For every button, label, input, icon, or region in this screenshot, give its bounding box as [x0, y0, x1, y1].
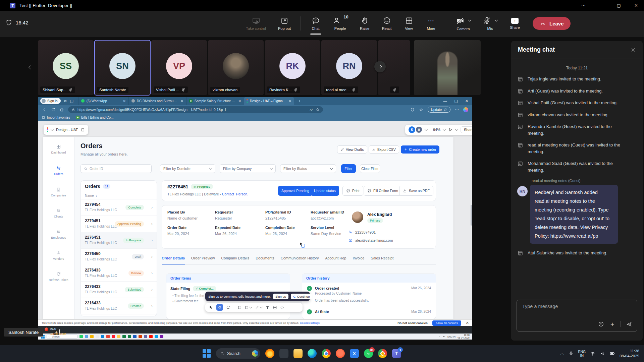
cookie-close-icon[interactable]: ✕	[466, 321, 469, 325]
view-drafts-button[interactable]: View Drafts	[337, 145, 367, 154]
whatsapp-icon[interactable]: 81	[364, 349, 373, 358]
zoom-chevron-icon[interactable]	[443, 127, 446, 131]
react-button[interactable]: React	[379, 13, 394, 34]
order-row[interactable]: 2216433TL Flex Holdings LLC Created›	[81, 298, 157, 314]
mic-button[interactable]: Mic	[480, 13, 500, 34]
contact-email[interactable]: alex@vstatefilings.com	[348, 238, 393, 242]
read-aloud-icon[interactable]: A⁾	[310, 108, 313, 112]
chrome-profile-icon[interactable]	[378, 349, 387, 358]
edge-icon[interactable]	[308, 349, 317, 358]
browser-essentials-icon[interactable]	[410, 108, 415, 112]
maximize-icon[interactable]: ▢	[617, 3, 621, 8]
filmstrip-next-button[interactable]	[374, 61, 386, 72]
collaborator-avatar[interactable]: A	[416, 126, 422, 133]
more-button[interactable]: ⋯ More	[424, 13, 438, 34]
reload-icon[interactable]	[51, 108, 55, 112]
tab-communication-history[interactable]: Communication History	[281, 256, 319, 264]
new-tab-button[interactable]: ＋	[298, 98, 302, 104]
pinned-participant-tile[interactable]	[414, 40, 481, 95]
order-row[interactable]: 2276433TL Flex Holdings LLC Review›	[81, 265, 157, 282]
browser-update-button[interactable]: Update	[428, 107, 450, 113]
tray-mic-icon[interactable]	[569, 351, 574, 356]
participant-tile-active-speaker[interactable]: SN Santosh Narate	[95, 40, 150, 95]
send-icon[interactable]	[626, 321, 632, 327]
allow-cookies-button[interactable]: Allow all cookies	[432, 320, 461, 326]
order-row[interactable]: 2279454TL Flex Holdings LLC Complete›	[81, 199, 157, 216]
order-row[interactable]: 2276450TL Flex Holdings LLC Draft›	[81, 249, 157, 265]
hand-tool-active[interactable]	[216, 304, 223, 311]
participant-tile[interactable]: RN read.ai mee...	[321, 40, 377, 95]
order-id-search[interactable]: Order ID	[80, 164, 152, 173]
shared-taskbar-icons[interactable]	[79, 335, 163, 338]
sidebar-item-refresh-token[interactable]: Refresh Token	[43, 272, 74, 282]
browser-profile-button[interactable]: Sign in	[40, 98, 61, 104]
camera-button[interactable]: Camera	[453, 13, 473, 34]
browser-close-icon[interactable]: ✕	[465, 99, 468, 103]
browser-tab[interactable]: DC Divisions and Surroundings✕	[128, 97, 186, 105]
tab-order-preview[interactable]: Order Preview	[191, 256, 215, 264]
chevron-down-icon[interactable]	[425, 127, 428, 131]
contact-person-link[interactable]: Contact_Person.	[222, 192, 248, 196]
sidebar-item-orders[interactable]: Orders	[43, 166, 74, 176]
wifi-icon[interactable]	[590, 351, 595, 356]
workspaces-icon[interactable]: ⧉	[64, 99, 67, 103]
view-button[interactable]: View	[401, 13, 416, 34]
tab-invoice[interactable]: Invoice	[353, 256, 364, 264]
attach-plus-icon[interactable]: ＋	[609, 320, 615, 328]
clock[interactable]: 11:3808-04-2025	[620, 349, 639, 359]
participant-tile[interactable]: vikram chavan	[208, 40, 264, 95]
shared-volume-icon[interactable]	[443, 335, 445, 338]
address-bar[interactable]: https://www.figma.com/design/9BKQ0FOHRWa…	[68, 106, 323, 113]
emoji-icon[interactable]	[598, 321, 604, 327]
move-tool-icon[interactable]	[209, 305, 213, 310]
figma-share-button[interactable]: Share	[461, 126, 472, 133]
shared-lang[interactable]: ENG IN	[447, 336, 455, 338]
column-header[interactable]: Name	[85, 194, 94, 197]
mic-chevron-icon[interactable]	[495, 18, 498, 22]
filter-domicile-dropdown[interactable]: Filter by Domicile	[160, 164, 215, 173]
filter-company-dropdown[interactable]: Filter by Company	[220, 164, 276, 173]
collaborator-avatar[interactable]: S	[409, 126, 415, 133]
file-explorer-icon[interactable]	[293, 349, 303, 358]
titlebar-more-icon[interactable]: ⋯	[581, 3, 586, 8]
clear-filter-button[interactable]: Clear Filter	[360, 164, 380, 173]
tab-close-icon[interactable]: ✕	[123, 99, 125, 103]
favorites-icon[interactable]	[419, 108, 423, 112]
fill-online-form-button[interactable]: Fill Online Form	[364, 186, 402, 196]
vscode-icon[interactable]: X	[350, 349, 359, 358]
copilot-icon[interactable]	[463, 107, 468, 112]
brave-icon[interactable]	[336, 349, 345, 358]
volume-icon[interactable]	[600, 351, 605, 356]
shape-tool-icon[interactable]	[245, 305, 252, 310]
frame-tool-icon[interactable]	[237, 305, 241, 310]
chat-message[interactable]: RN Redberyl and Santosh added read.ai me…	[517, 185, 637, 244]
share-button[interactable]: ↑ Share	[507, 13, 523, 34]
deny-cookies-link[interactable]: Do not allow cookies	[397, 321, 428, 325]
shared-clock[interactable]: 11:3808-04-2025	[458, 334, 470, 339]
home-icon[interactable]	[59, 107, 64, 112]
favorite-star-icon[interactable]	[316, 108, 320, 112]
present-chevron-icon[interactable]	[455, 127, 459, 131]
browser-tab[interactable]: X Sample Salary Structure with calc✕	[186, 97, 244, 105]
chat-button[interactable]: Chat	[308, 13, 323, 34]
chat-close-icon[interactable]	[631, 47, 636, 53]
cookies-settings-link[interactable]: Cookies settings	[300, 321, 320, 324]
order-row[interactable]: 2276433TL Flex Holdings LLC Submitted›	[81, 282, 157, 298]
tab-documents[interactable]: Documents	[256, 256, 274, 264]
link-tool-icon[interactable]	[255, 305, 262, 310]
browser-tab-active[interactable]: Design - UAT – Figma✕	[244, 97, 294, 105]
start-button[interactable]	[203, 349, 211, 358]
pop-out-button[interactable]: Pop out	[276, 13, 293, 34]
component-tool-icon[interactable]	[273, 305, 277, 310]
message-input[interactable]	[522, 303, 632, 309]
language-indicator[interactable]: ENGIN	[578, 350, 586, 358]
participant-tile[interactable]: RK Ravindra K...	[265, 40, 320, 95]
tab-actions-icon[interactable]: ▢	[70, 99, 73, 103]
filmstrip-prev-button[interactable]	[25, 62, 36, 72]
order-row[interactable]: 2279451TL Flex Holdings LLC Approval Pen…	[81, 216, 157, 232]
contact-phone[interactable]: 2123874901	[348, 230, 376, 234]
google-continue-button[interactable]: G Continue	[291, 294, 312, 299]
tab-company-details[interactable]: Company Details	[221, 256, 249, 264]
tray-chevron-icon[interactable]: ︿	[560, 351, 564, 356]
close-icon[interactable]: ✕	[634, 3, 638, 8]
